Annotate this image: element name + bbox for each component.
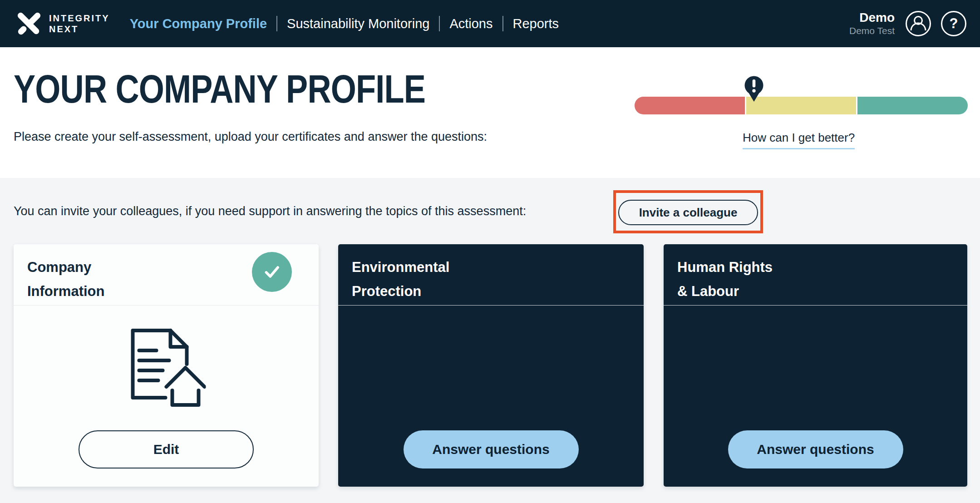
brand-name-line1: INTEGRITY — [49, 13, 110, 24]
user-names: Demo Demo Test — [849, 10, 895, 37]
nav-reports[interactable]: Reports — [513, 16, 559, 31]
brand-name: INTEGRITY NEXT — [49, 13, 110, 35]
progress-marker-exclamation-icon — [744, 76, 764, 102]
page: INTEGRITY NEXT Your Company Profile Sust… — [0, 0, 980, 503]
card-company-information: Company Information Edit — [14, 244, 319, 487]
answer-questions-button-environmental[interactable]: Answer questions — [404, 430, 579, 468]
invite-message: You can invite your colleagues, if you n… — [14, 204, 526, 218]
progress-segment-teal — [857, 97, 968, 114]
card-header: Company Information — [14, 244, 319, 306]
invite-a-colleague-button[interactable]: Invite a colleague — [618, 200, 758, 225]
nav-separator — [502, 16, 503, 31]
help-button[interactable]: ? — [941, 11, 966, 36]
company-document-house-icon — [127, 326, 206, 408]
page-title: YOUR COMPANY PROFILE — [14, 69, 425, 109]
progress-segment-red — [635, 97, 745, 114]
card-title: Environmental Protection — [352, 255, 630, 303]
card-header: Human Rights & Labour — [664, 244, 967, 306]
card-title-line1: Human Rights — [677, 255, 954, 279]
nav-sustainability-monitoring[interactable]: Sustainability Monitoring — [287, 16, 429, 31]
user-display-name: Demo — [849, 10, 895, 25]
page-subtitle: Please create your self-assessment, uplo… — [14, 130, 487, 144]
nav-separator — [276, 16, 277, 31]
card-title-line1: Environmental — [352, 255, 630, 279]
brand-logo[interactable]: INTEGRITY NEXT — [16, 12, 110, 35]
nav-actions[interactable]: Actions — [449, 16, 492, 31]
hero-section: YOUR COMPANY PROFILE Please create your … — [0, 47, 980, 178]
user-area: Demo Demo Test ? — [849, 10, 966, 37]
card-human-rights-labour: Human Rights & Labour Answer questions — [664, 244, 967, 487]
integrity-next-x-icon — [16, 12, 42, 35]
top-navigation-bar: INTEGRITY NEXT Your Company Profile Sust… — [0, 0, 980, 47]
question-mark-icon: ? — [950, 15, 958, 32]
main-navigation: Your Company Profile Sustainability Moni… — [130, 16, 559, 31]
card-title: Human Rights & Labour — [677, 255, 954, 303]
answer-questions-button-human-rights[interactable]: Answer questions — [728, 430, 903, 468]
nav-your-company-profile[interactable]: Your Company Profile — [130, 16, 267, 31]
nav-separator — [439, 16, 440, 31]
how-can-i-get-better-link[interactable]: How can I get better? — [743, 131, 855, 149]
brand-name-line2: NEXT — [49, 24, 110, 35]
card-header: Environmental Protection — [338, 244, 644, 306]
avatar-icon — [907, 12, 930, 35]
assessment-progress-bar — [635, 97, 968, 114]
edit-button[interactable]: Edit — [79, 430, 254, 468]
card-environmental-protection: Environmental Protection Answer question… — [338, 244, 644, 487]
user-avatar-button[interactable] — [906, 11, 931, 36]
user-account-name: Demo Test — [849, 25, 895, 37]
card-title-line2: & Labour — [677, 279, 954, 303]
card-title-line2: Protection — [352, 279, 630, 303]
checkmark-icon — [260, 260, 284, 284]
completed-status-badge — [252, 252, 292, 292]
